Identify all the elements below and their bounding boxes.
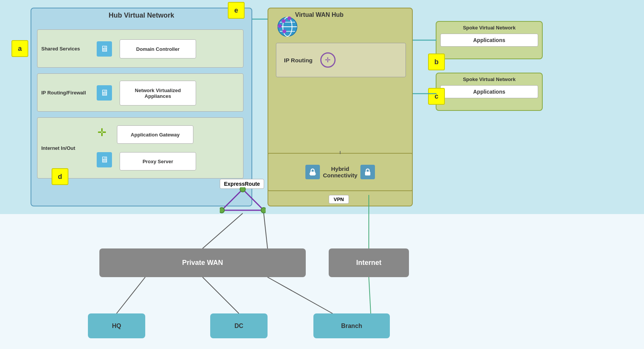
shared-services-label: Shared Services — [41, 46, 91, 52]
spoke1-title: Spoke Virtual Network — [436, 22, 542, 32]
svg-point-18 — [287, 16, 291, 20]
label-c: c — [428, 88, 445, 105]
monitor-icon-proxy: 🖥 — [97, 152, 112, 167]
hybrid-connectivity-label: Hybrid Connectivity — [323, 166, 357, 179]
spoke1-applications: Applications — [440, 34, 538, 47]
hybrid-connectivity-box: Hybrid Connectivity — [268, 153, 413, 191]
app-gateway-icon: ✛ — [94, 125, 109, 140]
ip-routing-firewall-section: IP Routing/Firewall 🖥 Network Virtualize… — [37, 73, 243, 112]
network-virtualized-box: Network Virtualized Appliances — [120, 81, 196, 106]
hq-box: HQ — [88, 313, 145, 338]
svg-marker-21 — [222, 189, 264, 210]
hub-vnet-title: Hub Virtual Network — [31, 11, 251, 19]
svg-point-16 — [278, 24, 282, 28]
proxy-server-box: Proxy Server — [120, 152, 196, 170]
svg-rect-19 — [310, 172, 315, 175]
label-b: b — [428, 54, 445, 70]
dc-box: DC — [210, 313, 268, 338]
domain-controller-box: Domain Controller — [120, 39, 196, 58]
ip-routing-box: IP Routing ✛ — [276, 43, 406, 77]
branch-box: Branch — [313, 313, 390, 338]
spoke-vnet-1: Spoke Virtual Network Applications — [436, 21, 543, 59]
svg-point-23 — [220, 208, 224, 213]
svg-point-22 — [240, 187, 245, 192]
monitor-icon-routing: 🖥 — [97, 85, 112, 101]
application-gateway-box: Application Gateway — [117, 125, 193, 144]
spoke-vnet-2: Spoke Virtual Network Applications — [436, 73, 543, 111]
label-e: e — [228, 2, 245, 19]
routing-icon: ✛ — [320, 52, 336, 68]
svg-rect-20 — [365, 172, 370, 175]
label-d: d — [52, 168, 68, 185]
lock-icon-right — [360, 165, 375, 179]
internet-inout-label: Internet In/Out — [41, 145, 91, 151]
shared-services-section: Shared Services 🖥 Domain Controller — [37, 29, 243, 68]
internet-box: Internet — [329, 248, 409, 277]
svg-point-15 — [282, 19, 286, 23]
lock-icon-left — [305, 165, 320, 179]
svg-point-24 — [261, 208, 266, 213]
ip-routing-firewall-label: IP Routing/Firewall — [41, 90, 91, 96]
svg-point-17 — [282, 29, 286, 33]
globe-icon — [276, 15, 299, 38]
private-wan-box: Private WAN — [99, 248, 306, 277]
label-a: a — [11, 40, 28, 57]
expressroute-triangle — [220, 187, 266, 214]
spoke2-title: Spoke Virtual Network — [436, 73, 542, 84]
spoke2-applications: Applications — [440, 85, 538, 98]
vpn-label: VPN — [329, 195, 349, 204]
wan-hub-title: Virtual WAN Hub — [295, 11, 408, 18]
monitor-icon-shared: 🖥 — [97, 41, 112, 57]
